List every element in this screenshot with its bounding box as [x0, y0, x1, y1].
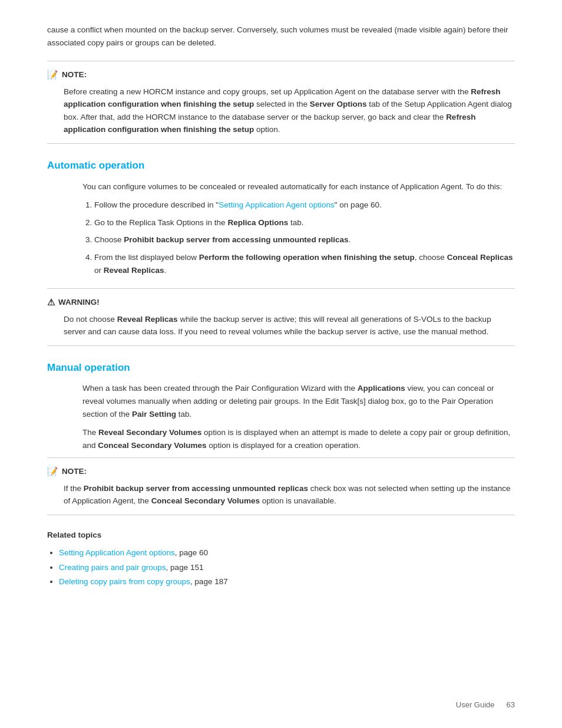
- step-1-link[interactable]: Setting Application Agent options: [219, 200, 335, 209]
- note-2-header: 📝 NOTE:: [47, 465, 515, 479]
- note-icon-1: 📝: [47, 68, 58, 82]
- warning-text: Do not choose Reveal Replicas while the …: [47, 313, 515, 338]
- related-link-1[interactable]: Setting Application Agent options: [59, 548, 175, 557]
- manual-para-1: When a task has been created through the…: [82, 382, 515, 420]
- related-link-2[interactable]: Creating pairs and pair groups: [59, 563, 166, 572]
- warning-header: ⚠ WARNING!: [47, 296, 515, 309]
- automatic-steps-list: Follow the procedure described in "Setti…: [82, 199, 515, 276]
- note-icon-2: 📝: [47, 465, 58, 479]
- related-topics-list: Setting Application Agent options, page …: [47, 546, 515, 589]
- automatic-operation-heading: Automatic operation: [47, 158, 515, 173]
- related-link-3[interactable]: Deleting copy pairs from copy groups: [59, 577, 190, 586]
- step-1: Follow the procedure described in "Setti…: [94, 199, 515, 212]
- intro-paragraph: cause a conflict when mounted on the bac…: [47, 24, 515, 49]
- related-topics-header: Related topics: [47, 529, 515, 541]
- step-2: Go to the Replica Task Options in the Re…: [94, 216, 515, 229]
- related-item-3: Deleting copy pairs from copy groups, pa…: [59, 575, 515, 589]
- manual-para-2: The Reveal Secondary Volumes option is i…: [82, 426, 515, 452]
- note-1-label: NOTE:: [62, 69, 87, 81]
- automatic-intro: You can configure volumes to be conceale…: [82, 180, 515, 193]
- note-box-2: 📝 NOTE: If the Prohibit backup server fr…: [47, 457, 515, 515]
- manual-operation-body: When a task has been created through the…: [47, 382, 515, 452]
- related-topics-section: Related topics Setting Application Agent…: [47, 529, 515, 589]
- footer-label: User Guide: [456, 699, 495, 711]
- note-box-1: 📝 NOTE: Before creating a new HORCM inst…: [47, 61, 515, 144]
- warning-box: ⚠ WARNING! Do not choose Reveal Replicas…: [47, 288, 515, 346]
- step-4: From the list displayed below Perform th…: [94, 251, 515, 276]
- related-item-2: Creating pairs and pair groups, page 151: [59, 561, 515, 575]
- warning-label: WARNING!: [58, 297, 100, 308]
- note-1-header: 📝 NOTE:: [47, 68, 515, 82]
- related-item-1: Setting Application Agent options, page …: [59, 546, 515, 560]
- automatic-operation-body: You can configure volumes to be conceale…: [47, 180, 515, 277]
- manual-operation-heading: Manual operation: [47, 360, 515, 375]
- warning-icon: ⚠: [47, 296, 55, 309]
- note-1-text: Before creating a new HORCM instance and…: [47, 85, 515, 136]
- step-3: Choose Prohibit backup server from acces…: [94, 233, 515, 246]
- page: cause a conflict when mounted on the bac…: [0, 0, 562, 728]
- note-2-text: If the Prohibit backup server from acces…: [47, 482, 515, 508]
- page-footer: User Guide 63: [456, 699, 515, 711]
- footer-page: 63: [507, 699, 515, 711]
- note-2-label: NOTE:: [62, 466, 87, 477]
